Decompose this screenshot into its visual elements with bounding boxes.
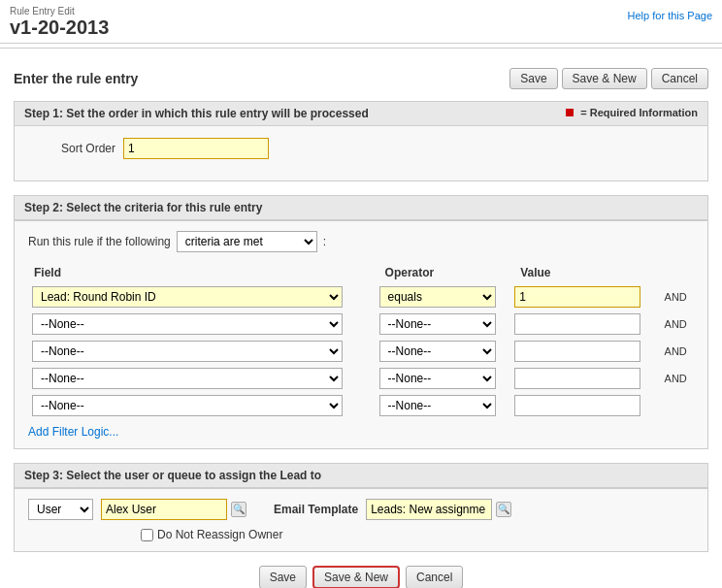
email-template-input[interactable] [366, 499, 492, 520]
step2-header: Step 2: Select the criteria for this rul… [14, 195, 708, 220]
email-template-label: Email Template [274, 503, 358, 516]
email-template-wrap: 🔍 [366, 499, 511, 520]
page-header: Help for this Page Rule Entry Edit v1-20… [0, 0, 722, 44]
do-not-reassign-checkbox[interactable] [141, 529, 153, 541]
rule-entry-title: Enter the rule entry [14, 71, 509, 86]
bottom-save-button[interactable]: Save [259, 566, 307, 588]
field-select-2[interactable]: --None-- [32, 313, 343, 335]
page-title: v1-20-2013 [10, 16, 712, 39]
value-col-header: Value [510, 262, 656, 283]
step1-header: Step 1: Set the order in which this rule… [14, 101, 708, 126]
step1-title: Step 1: Set the order in which this rule… [24, 107, 369, 120]
user-lookup-icon[interactable]: 🔍 [231, 502, 246, 517]
step3-body: User Queue 🔍 Email Template 🔍 Do Not Rea… [14, 488, 708, 552]
required-info: = Required Information [566, 107, 698, 118]
value-input-3[interactable] [514, 341, 640, 362]
top-save-new-button[interactable]: Save & New [562, 68, 647, 89]
criteria-table: Field Operator Value Lead: Round Robin I… [28, 262, 694, 419]
email-lookup-icon[interactable]: 🔍 [496, 502, 511, 517]
operator-select-3[interactable]: --None-- [379, 341, 496, 362]
do-not-reassign-row: Do Not Reassign Owner [141, 528, 694, 541]
value-input-5[interactable] [514, 395, 640, 416]
run-this-label: Run this rule if the following [28, 235, 171, 248]
and-label-1: AND [661, 291, 687, 303]
and-label-4: AND [661, 373, 687, 384]
operator-select-2[interactable]: --None-- [379, 313, 496, 335]
top-button-group: Save Save & New Cancel [509, 68, 708, 89]
required-dot [566, 109, 574, 116]
user-input[interactable] [101, 499, 227, 520]
user-type-wrap: User Queue [28, 499, 93, 520]
sort-order-input[interactable] [123, 138, 269, 159]
criteria-row: --None-- --None-- AND [28, 310, 694, 338]
criteria-row: --None-- --None-- [28, 392, 694, 419]
colon: : [323, 235, 326, 248]
rule-entry-header: Enter the rule entry Save Save & New Can… [14, 68, 708, 89]
run-this-row: Run this rule if the following criteria … [28, 231, 694, 252]
value-input-2[interactable] [514, 313, 640, 335]
step2-body: Run this rule if the following criteria … [14, 220, 708, 449]
field-col-header: Field [28, 262, 376, 283]
sort-order-label: Sort Order [28, 142, 115, 155]
operator-select-5[interactable]: --None-- [379, 395, 496, 416]
field-select-4[interactable]: --None-- [32, 368, 343, 389]
value-input-4[interactable] [514, 368, 640, 389]
step3-title: Step 3: Select the user or queue to assi… [24, 469, 321, 482]
criteria-row: Lead: Round Robin ID equals AND [28, 283, 694, 310]
add-filter-logic-link[interactable]: Add Filter Logic... [28, 425, 118, 439]
step3-main-row: User Queue 🔍 Email Template 🔍 [28, 499, 694, 520]
bottom-save-new-button[interactable]: Save & New [312, 566, 400, 588]
and-label-3: AND [661, 345, 687, 357]
bottom-cancel-button[interactable]: Cancel [406, 566, 463, 588]
main-content: Enter the rule entry Save Save & New Can… [0, 58, 722, 588]
help-link[interactable]: Help for this Page [628, 10, 712, 21]
operator-select-4[interactable]: --None-- [379, 368, 496, 389]
operator-col-header: Operator [376, 262, 511, 283]
step1-body: Sort Order [14, 126, 708, 181]
do-not-reassign-label: Do Not Reassign Owner [157, 528, 282, 541]
field-select-5[interactable]: --None-- [32, 395, 343, 416]
criteria-row: --None-- --None-- AND [28, 365, 694, 392]
criteria-select[interactable]: criteria are met all conditions are met … [177, 231, 317, 252]
step3-header: Step 3: Select the user or queue to assi… [14, 463, 708, 488]
field-select-1[interactable]: Lead: Round Robin ID [32, 286, 343, 308]
sort-order-row: Sort Order [28, 138, 694, 159]
step2-title: Step 2: Select the criteria for this rul… [24, 201, 262, 214]
field-select-3[interactable]: --None-- [32, 341, 343, 362]
assign-type-select[interactable]: User Queue [28, 499, 93, 520]
bottom-button-group: Save Save & New Cancel [14, 566, 708, 588]
user-value-wrap: 🔍 [101, 499, 246, 520]
value-input-1[interactable] [514, 286, 640, 308]
criteria-row: --None-- --None-- AND [28, 338, 694, 365]
top-save-button[interactable]: Save [509, 68, 557, 89]
top-cancel-button[interactable]: Cancel [651, 68, 708, 89]
and-label-2: AND [661, 318, 687, 330]
page-subtitle: Rule Entry Edit [10, 6, 712, 16]
header-divider [0, 48, 722, 49]
operator-select-1[interactable]: equals [379, 286, 496, 308]
